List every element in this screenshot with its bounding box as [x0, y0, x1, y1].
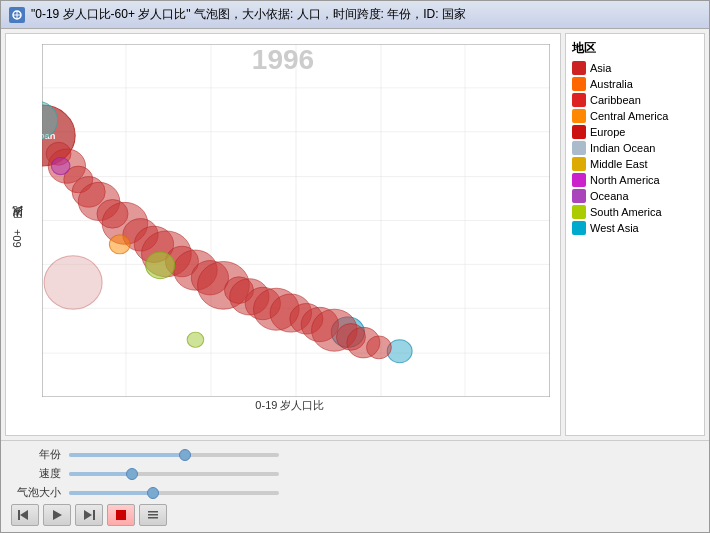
legend-label-indian-ocean: Indian Ocean [590, 142, 655, 154]
legend-title: 地区 [572, 40, 698, 57]
legend-label-asia: Asia [590, 62, 611, 74]
legend-color-oceana [572, 189, 586, 203]
window-title: "0-19 岁人口比-60+ 岁人口比" 气泡图，大小依据: 人口，时间跨度: … [31, 6, 466, 23]
year-control-row: 年份 [11, 447, 699, 462]
speed-slider-track[interactable] [69, 472, 279, 476]
svg-rect-71 [18, 510, 20, 520]
legend-label-europe: Europe [590, 126, 625, 138]
chart-svg: 0.16 0.14 0.12 0.1 0.08 0.06 0.04 0.02 0… [42, 44, 550, 397]
legend-label-australia: Australia [590, 78, 633, 90]
legend-item-europe: Europe [572, 125, 698, 139]
svg-marker-70 [20, 510, 28, 520]
legend-item-indian-ocean: Indian Ocean [572, 141, 698, 155]
legend-color-south-america [572, 205, 586, 219]
svg-rect-78 [148, 517, 158, 519]
speed-slider-fill [69, 472, 132, 476]
window-icon [9, 7, 25, 23]
legend-color-asia [572, 61, 586, 75]
legend-color-middle-east [572, 157, 586, 171]
legend-item-asia: Asia [572, 61, 698, 75]
svg-point-62 [109, 235, 130, 254]
year-slider-thumb[interactable] [179, 449, 191, 461]
svg-marker-73 [84, 510, 92, 520]
year-label: 1996 [252, 44, 314, 76]
svg-point-56 [44, 256, 102, 309]
x-axis-label: 0-19 岁人口比 [255, 398, 324, 413]
size-slider-thumb[interactable] [147, 487, 159, 499]
legend-color-europe [572, 125, 586, 139]
legend-color-north-america [572, 173, 586, 187]
svg-marker-72 [53, 510, 62, 520]
legend-item-oceana: Oceana [572, 189, 698, 203]
menu-button[interactable] [139, 504, 167, 526]
size-slider-track[interactable] [69, 491, 279, 495]
legend-item-north-america: North America [572, 173, 698, 187]
svg-rect-77 [148, 514, 158, 516]
legend-label-caribbean: Caribbean [590, 94, 641, 106]
year-control-label: 年份 [11, 447, 61, 462]
stop-button[interactable] [107, 504, 135, 526]
legend-label-south-america: South America [590, 206, 662, 218]
legend-item-middle-east: Middle East [572, 157, 698, 171]
chart-area: 1996 60+ 岁人口比 0-19 岁人口比 [5, 33, 561, 436]
legend-label-middle-east: Middle East [590, 158, 647, 170]
legend-item-central-america: Central America [572, 109, 698, 123]
legend-color-indian-ocean [572, 141, 586, 155]
year-slider-track[interactable] [69, 453, 279, 457]
size-control-row: 气泡大小 [11, 485, 699, 500]
svg-rect-74 [93, 510, 95, 520]
legend-label-west-asia: West Asia [590, 222, 639, 234]
size-slider-fill [69, 491, 153, 495]
legend-item-south-america: South America [572, 205, 698, 219]
legend-label-north-america: North America [590, 174, 660, 186]
svg-point-61 [51, 158, 70, 175]
svg-point-69 [366, 336, 391, 359]
speed-control-row: 速度 [11, 466, 699, 481]
svg-rect-75 [116, 510, 126, 520]
legend-item-australia: Australia [572, 77, 698, 91]
legend-label-oceana: Oceana [590, 190, 629, 202]
next-button[interactable] [75, 504, 103, 526]
year-slider-fill [69, 453, 185, 457]
legend-color-australia [572, 77, 586, 91]
legend-item-caribbean: Caribbean [572, 93, 698, 107]
legend: 地区 Asia Australia Caribbean Central Amer… [565, 33, 705, 436]
play-button[interactable] [43, 504, 71, 526]
title-bar: "0-19 岁人口比-60+ 岁人口比" 气泡图，大小依据: 人口，时间跨度: … [1, 1, 709, 29]
legend-item-west-asia: West Asia [572, 221, 698, 235]
main-content: 1996 60+ 岁人口比 0-19 岁人口比 [1, 29, 709, 440]
legend-label-central-america: Central America [590, 110, 668, 122]
main-window: "0-19 岁人口比-60+ 岁人口比" 气泡图，大小依据: 人口，时间跨度: … [0, 0, 710, 533]
speed-control-label: 速度 [11, 466, 61, 481]
y-axis-label: 60+ 岁人口比 [10, 226, 25, 248]
prev-button[interactable] [11, 504, 39, 526]
speed-slider-thumb[interactable] [126, 468, 138, 480]
legend-color-central-america [572, 109, 586, 123]
svg-point-57 [146, 252, 175, 279]
controls-panel: 年份 速度 气泡大小 [1, 440, 709, 532]
svg-point-58 [187, 332, 204, 347]
playback-controls [11, 504, 699, 526]
size-control-label: 气泡大小 [11, 485, 61, 500]
svg-rect-76 [148, 511, 158, 513]
legend-color-west-asia [572, 221, 586, 235]
legend-color-caribbean [572, 93, 586, 107]
